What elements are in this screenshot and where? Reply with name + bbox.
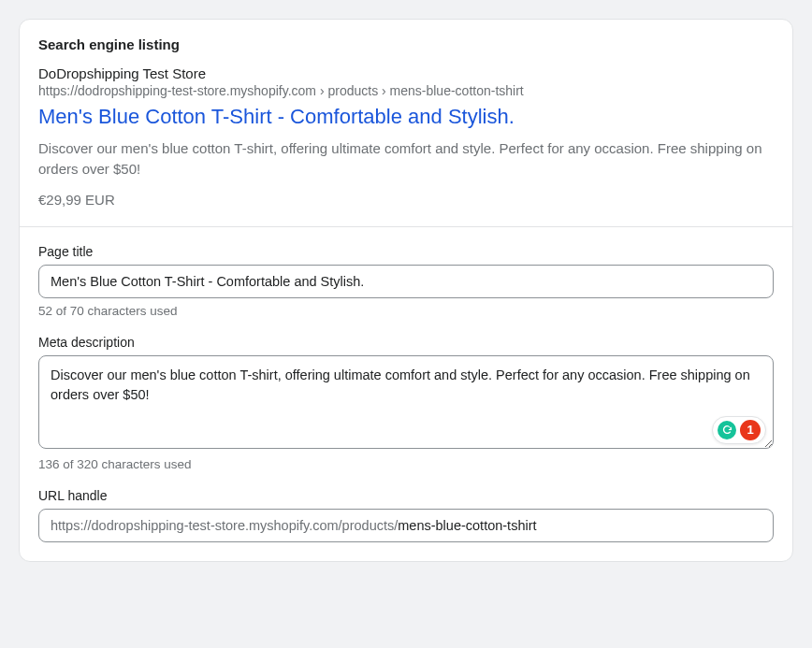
url-handle-label: URL handle bbox=[38, 488, 774, 503]
url-handle-prefix: https://dodropshipping-test-store.myshop… bbox=[51, 518, 398, 533]
meta-description-label: Meta description bbox=[38, 335, 774, 350]
field-group-url-handle: URL handle https://dodropshipping-test-s… bbox=[38, 488, 774, 542]
url-handle-input[interactable] bbox=[398, 518, 761, 533]
meta-description-counter: 136 of 320 characters used bbox=[38, 457, 774, 471]
seo-card: Search engine listing DoDropshipping Tes… bbox=[19, 19, 793, 562]
preview-breadcrumb: https://dodropshipping-test-store.myshop… bbox=[38, 83, 774, 98]
url-handle-input-wrapper[interactable]: https://dodropshipping-test-store.myshop… bbox=[38, 509, 774, 542]
meta-description-input[interactable] bbox=[38, 355, 774, 449]
meta-description-wrapper: 1 bbox=[38, 355, 774, 452]
page-title-counter: 52 of 70 characters used bbox=[38, 304, 774, 318]
grammarly-widget[interactable]: 1 bbox=[712, 416, 766, 444]
field-group-page-title: Page title 52 of 70 characters used bbox=[38, 244, 774, 318]
grammarly-icon bbox=[718, 421, 736, 439]
grammarly-count-badge: 1 bbox=[740, 420, 761, 440]
seo-preview-section: Search engine listing DoDropshipping Tes… bbox=[20, 20, 792, 227]
preview-description: Discover our men's blue cotton T-shirt, … bbox=[38, 138, 774, 180]
section-title: Search engine listing bbox=[38, 36, 774, 52]
preview-price: €29,99 EUR bbox=[38, 192, 774, 208]
page-title-input[interactable] bbox=[38, 265, 774, 298]
field-group-meta-description: Meta description 1 136 of 320 characters… bbox=[38, 335, 774, 471]
page-title-label: Page title bbox=[38, 244, 774, 259]
preview-title: Men's Blue Cotton T-Shirt - Comfortable … bbox=[38, 104, 774, 131]
seo-form-section: Page title 52 of 70 characters used Meta… bbox=[20, 227, 792, 561]
preview-store-name: DoDropshipping Test Store bbox=[38, 65, 774, 81]
